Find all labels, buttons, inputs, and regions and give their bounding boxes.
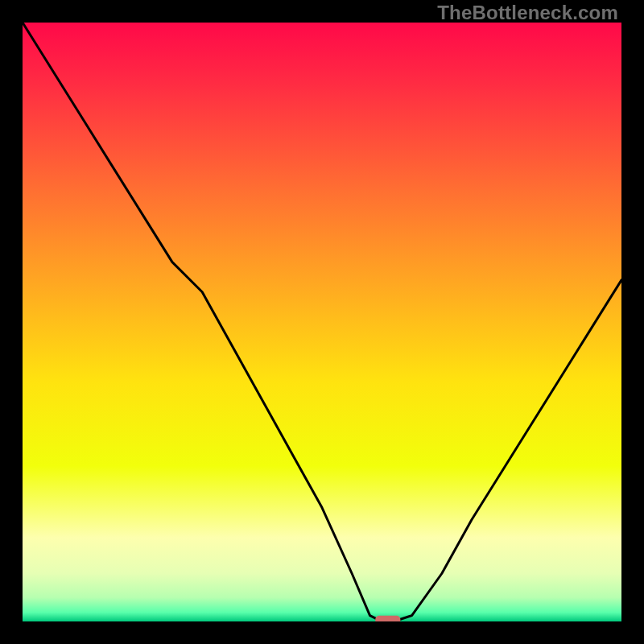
bottleneck-chart — [23, 23, 621, 621]
chart-frame: TheBottleneck.com — [0, 0, 644, 644]
sweet-spot-marker — [375, 616, 400, 621]
gradient-background — [23, 23, 621, 621]
plot-area — [23, 23, 621, 621]
watermark-text: TheBottleneck.com — [437, 2, 618, 24]
